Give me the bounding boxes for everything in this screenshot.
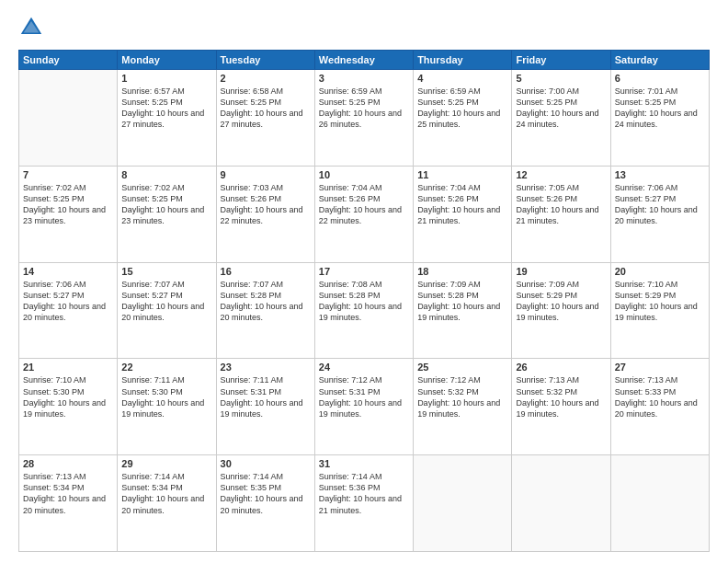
day-number: 23 bbox=[221, 362, 311, 373]
day-number: 18 bbox=[417, 266, 507, 277]
day-number: 31 bbox=[319, 458, 409, 469]
day-info: Sunrise: 7:03 AM Sunset: 5:26 PM Dayligh… bbox=[221, 182, 311, 227]
day-info: Sunrise: 6:57 AM Sunset: 5:25 PM Dayligh… bbox=[121, 86, 211, 131]
calendar-cell bbox=[19, 70, 118, 167]
day-info: Sunrise: 7:14 AM Sunset: 5:36 PM Dayligh… bbox=[319, 471, 409, 516]
day-number: 28 bbox=[23, 458, 113, 469]
weekday-header-row: SundayMondayTuesdayWednesdayThursdayFrid… bbox=[19, 51, 710, 70]
day-info: Sunrise: 7:13 AM Sunset: 5:34 PM Dayligh… bbox=[23, 471, 113, 516]
calendar-cell: 8Sunrise: 7:02 AM Sunset: 5:25 PM Daylig… bbox=[118, 166, 216, 262]
page: SundayMondayTuesdayWednesdayThursdayFrid… bbox=[0, 0, 728, 563]
day-number: 3 bbox=[319, 73, 409, 84]
calendar-cell: 7Sunrise: 7:02 AM Sunset: 5:25 PM Daylig… bbox=[19, 166, 118, 262]
day-number: 24 bbox=[319, 362, 409, 373]
calendar-cell: 17Sunrise: 7:08 AM Sunset: 5:28 PM Dayli… bbox=[314, 262, 413, 359]
day-number: 15 bbox=[121, 266, 211, 277]
logo bbox=[18, 15, 46, 40]
calendar-cell: 30Sunrise: 7:14 AM Sunset: 5:35 PM Dayli… bbox=[216, 455, 314, 552]
day-number: 21 bbox=[23, 362, 113, 373]
calendar-cell: 3Sunrise: 6:59 AM Sunset: 5:25 PM Daylig… bbox=[314, 70, 413, 167]
day-number: 25 bbox=[417, 362, 507, 373]
day-info: Sunrise: 7:07 AM Sunset: 5:27 PM Dayligh… bbox=[121, 279, 211, 324]
day-info: Sunrise: 7:02 AM Sunset: 5:25 PM Dayligh… bbox=[121, 182, 211, 227]
day-number: 4 bbox=[417, 73, 507, 84]
calendar-cell: 21Sunrise: 7:10 AM Sunset: 5:30 PM Dayli… bbox=[19, 359, 118, 455]
calendar-cell: 29Sunrise: 7:14 AM Sunset: 5:34 PM Dayli… bbox=[118, 455, 216, 552]
day-number: 19 bbox=[516, 266, 606, 277]
calendar-cell: 1Sunrise: 6:57 AM Sunset: 5:25 PM Daylig… bbox=[118, 70, 216, 167]
weekday-header-thursday: Thursday bbox=[414, 51, 512, 70]
calendar-cell: 20Sunrise: 7:10 AM Sunset: 5:29 PM Dayli… bbox=[610, 262, 709, 359]
day-info: Sunrise: 7:12 AM Sunset: 5:32 PM Dayligh… bbox=[417, 374, 507, 419]
week-row-5: 28Sunrise: 7:13 AM Sunset: 5:34 PM Dayli… bbox=[19, 455, 710, 552]
day-info: Sunrise: 6:59 AM Sunset: 5:25 PM Dayligh… bbox=[319, 86, 409, 131]
day-info: Sunrise: 7:04 AM Sunset: 5:26 PM Dayligh… bbox=[417, 182, 507, 227]
day-info: Sunrise: 7:05 AM Sunset: 5:26 PM Dayligh… bbox=[516, 182, 606, 227]
calendar-cell: 27Sunrise: 7:13 AM Sunset: 5:33 PM Dayli… bbox=[610, 359, 709, 455]
day-info: Sunrise: 7:14 AM Sunset: 5:34 PM Dayligh… bbox=[121, 471, 211, 516]
weekday-header-tuesday: Tuesday bbox=[216, 51, 314, 70]
day-number: 8 bbox=[121, 169, 211, 180]
week-row-3: 14Sunrise: 7:06 AM Sunset: 5:27 PM Dayli… bbox=[19, 262, 710, 359]
day-info: Sunrise: 7:01 AM Sunset: 5:25 PM Dayligh… bbox=[615, 86, 705, 131]
day-number: 20 bbox=[615, 266, 705, 277]
calendar-cell: 23Sunrise: 7:11 AM Sunset: 5:31 PM Dayli… bbox=[216, 359, 314, 455]
calendar-cell: 28Sunrise: 7:13 AM Sunset: 5:34 PM Dayli… bbox=[19, 455, 118, 552]
day-info: Sunrise: 7:08 AM Sunset: 5:28 PM Dayligh… bbox=[319, 279, 409, 324]
day-number: 6 bbox=[615, 73, 705, 84]
day-number: 14 bbox=[23, 266, 113, 277]
day-number: 30 bbox=[221, 458, 311, 469]
calendar-cell: 25Sunrise: 7:12 AM Sunset: 5:32 PM Dayli… bbox=[414, 359, 512, 455]
day-number: 26 bbox=[516, 362, 606, 373]
calendar-cell bbox=[610, 455, 709, 552]
day-info: Sunrise: 7:11 AM Sunset: 5:31 PM Dayligh… bbox=[221, 374, 311, 419]
week-row-4: 21Sunrise: 7:10 AM Sunset: 5:30 PM Dayli… bbox=[19, 359, 710, 455]
calendar-cell: 14Sunrise: 7:06 AM Sunset: 5:27 PM Dayli… bbox=[19, 262, 118, 359]
calendar-cell: 5Sunrise: 7:00 AM Sunset: 5:25 PM Daylig… bbox=[512, 70, 610, 167]
day-number: 27 bbox=[615, 362, 705, 373]
calendar-cell: 18Sunrise: 7:09 AM Sunset: 5:28 PM Dayli… bbox=[414, 262, 512, 359]
day-info: Sunrise: 7:06 AM Sunset: 5:27 PM Dayligh… bbox=[615, 182, 705, 227]
day-info: Sunrise: 6:59 AM Sunset: 5:25 PM Dayligh… bbox=[417, 86, 507, 131]
day-number: 1 bbox=[121, 73, 211, 84]
calendar-cell: 22Sunrise: 7:11 AM Sunset: 5:30 PM Dayli… bbox=[118, 359, 216, 455]
day-info: Sunrise: 7:04 AM Sunset: 5:26 PM Dayligh… bbox=[319, 182, 409, 227]
day-info: Sunrise: 7:06 AM Sunset: 5:27 PM Dayligh… bbox=[23, 279, 113, 324]
calendar-cell: 26Sunrise: 7:13 AM Sunset: 5:32 PM Dayli… bbox=[512, 359, 610, 455]
week-row-2: 7Sunrise: 7:02 AM Sunset: 5:25 PM Daylig… bbox=[19, 166, 710, 262]
calendar-cell: 24Sunrise: 7:12 AM Sunset: 5:31 PM Dayli… bbox=[314, 359, 413, 455]
day-info: Sunrise: 7:09 AM Sunset: 5:29 PM Dayligh… bbox=[516, 279, 606, 324]
weekday-header-friday: Friday bbox=[512, 51, 610, 70]
calendar-cell bbox=[512, 455, 610, 552]
day-info: Sunrise: 7:11 AM Sunset: 5:30 PM Dayligh… bbox=[121, 374, 211, 419]
weekday-header-saturday: Saturday bbox=[610, 51, 709, 70]
calendar-cell: 19Sunrise: 7:09 AM Sunset: 5:29 PM Dayli… bbox=[512, 262, 610, 359]
calendar-cell: 16Sunrise: 7:07 AM Sunset: 5:28 PM Dayli… bbox=[216, 262, 314, 359]
calendar-cell: 9Sunrise: 7:03 AM Sunset: 5:26 PM Daylig… bbox=[216, 166, 314, 262]
day-number: 10 bbox=[319, 169, 409, 180]
day-number: 29 bbox=[121, 458, 211, 469]
day-number: 11 bbox=[417, 169, 507, 180]
day-number: 7 bbox=[23, 169, 113, 180]
day-info: Sunrise: 7:09 AM Sunset: 5:28 PM Dayligh… bbox=[417, 279, 507, 324]
day-info: Sunrise: 6:58 AM Sunset: 5:25 PM Dayligh… bbox=[221, 86, 311, 131]
header bbox=[18, 15, 710, 40]
calendar-cell: 13Sunrise: 7:06 AM Sunset: 5:27 PM Dayli… bbox=[610, 166, 709, 262]
calendar-cell: 11Sunrise: 7:04 AM Sunset: 5:26 PM Dayli… bbox=[414, 166, 512, 262]
calendar-cell: 6Sunrise: 7:01 AM Sunset: 5:25 PM Daylig… bbox=[610, 70, 709, 167]
day-info: Sunrise: 7:12 AM Sunset: 5:31 PM Dayligh… bbox=[319, 374, 409, 419]
day-number: 5 bbox=[516, 73, 606, 84]
calendar-cell: 2Sunrise: 6:58 AM Sunset: 5:25 PM Daylig… bbox=[216, 70, 314, 167]
day-info: Sunrise: 7:10 AM Sunset: 5:29 PM Dayligh… bbox=[615, 279, 705, 324]
day-info: Sunrise: 7:13 AM Sunset: 5:33 PM Dayligh… bbox=[615, 374, 705, 419]
logo-icon bbox=[18, 15, 44, 40]
day-number: 12 bbox=[516, 169, 606, 180]
calendar-table: SundayMondayTuesdayWednesdayThursdayFrid… bbox=[18, 50, 710, 552]
day-info: Sunrise: 7:07 AM Sunset: 5:28 PM Dayligh… bbox=[221, 279, 311, 324]
weekday-header-sunday: Sunday bbox=[19, 51, 118, 70]
calendar-cell: 10Sunrise: 7:04 AM Sunset: 5:26 PM Dayli… bbox=[314, 166, 413, 262]
day-info: Sunrise: 7:10 AM Sunset: 5:30 PM Dayligh… bbox=[23, 374, 113, 419]
day-number: 13 bbox=[615, 169, 705, 180]
day-number: 16 bbox=[221, 266, 311, 277]
weekday-header-wednesday: Wednesday bbox=[314, 51, 413, 70]
